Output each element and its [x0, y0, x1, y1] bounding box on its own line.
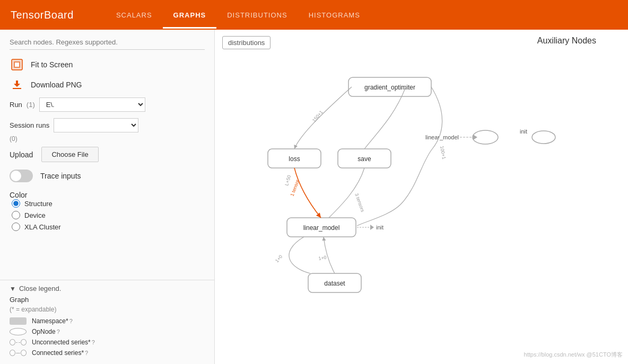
toggle-slider [10, 170, 33, 182]
main-layout: Fit to Screen Download PNG Run (1) E\. [0, 30, 628, 364]
legend-toggle[interactable]: ▼ Close legend. [10, 285, 205, 292]
color-label: Color [10, 191, 27, 199]
trace-inputs-row: Trace inputs [10, 170, 205, 182]
run-dropdown[interactable]: E\. [39, 97, 145, 112]
svg-rect-4 [13, 88, 21, 89]
color-xla-label: XLA Cluster [24, 223, 61, 231]
watermark: https://blog.csdn.net/wx @51CTO博客 [524, 351, 623, 359]
node-save[interactable]: save [338, 149, 391, 168]
session-count: (0) [10, 135, 18, 143]
svg-point-10 [532, 131, 555, 144]
svg-text:linear_model: linear_model [425, 134, 459, 140]
brand-title: TensorBoard [11, 9, 74, 21]
color-structure-row: Structure [10, 199, 205, 208]
svg-text:100+1: 100+1 [439, 146, 447, 160]
svg-text:loss: loss [289, 155, 300, 163]
download-png-icon [10, 77, 24, 92]
svg-text:150+1: 150+1 [311, 109, 324, 123]
legend-label-opnode: OpNode? [32, 328, 60, 335]
nav-distributions[interactable]: DISTRIBUTIONS [216, 2, 298, 29]
graph-svg[interactable]: linear_model init gradient_optimiter los… [215, 30, 628, 364]
color-device-row: Device [10, 211, 205, 219]
fit-to-screen-action[interactable]: Fit to Screen [10, 57, 205, 72]
legend-item-opnode: OpNode? [10, 328, 205, 335]
fit-to-screen-icon [10, 57, 24, 72]
legend-item-unconnected: Unconnected series*? [10, 339, 205, 346]
color-device-radio[interactable] [12, 211, 20, 219]
fit-to-screen-label: Fit to Screen [31, 60, 73, 69]
trace-inputs-toggle[interactable] [10, 170, 33, 182]
chevron-down-icon: ▼ [10, 285, 16, 292]
svg-text:linear_model: linear_model [303, 224, 340, 232]
color-structure-label: Structure [24, 200, 53, 208]
run-count: (1) [27, 101, 35, 109]
topnav: TensorBoard SCALARS GRAPHS DISTRIBUTIONS… [0, 0, 628, 30]
color-device-label: Device [24, 211, 46, 219]
legend-graph-title: Graph [10, 296, 205, 304]
legend-panel: ▼ Close legend. Graph (* = expandable) N… [0, 280, 214, 364]
session-runs-label: Session runs [10, 121, 49, 129]
svg-text:save: save [357, 155, 371, 163]
color-xla-row: XLA Cluster [10, 223, 205, 231]
node-gradient-optimiter[interactable]: gradient_optimiter [348, 77, 431, 96]
svg-text:init: init [376, 224, 383, 230]
session-runs-dropdown[interactable] [54, 118, 138, 132]
node-linear-model[interactable]: linear_model init [287, 218, 383, 237]
download-png-action[interactable]: Download PNG [10, 77, 205, 92]
svg-text:1 tensor: 1 tensor [289, 179, 300, 197]
legend-toggle-label: Close legend. [19, 285, 62, 292]
svg-text:gradient_optimiter: gradient_optimiter [364, 84, 415, 91]
color-section: Color Structure Device XLA Cluster [10, 191, 205, 231]
session-runs-row: Session runs (0) [10, 118, 205, 143]
nav-links: SCALARS GRAPHS DISTRIBUTIONS HISTOGRAMS [106, 2, 371, 29]
nav-graphs[interactable]: GRAPHS [163, 2, 217, 29]
legend-label-connected: Connected series*? [32, 349, 88, 357]
svg-text:3 tensors: 3 tensors [354, 192, 365, 213]
run-row: Run (1) E\. [10, 97, 205, 112]
legend-shape-unconnected [10, 339, 27, 345]
svg-text:init: init [520, 128, 527, 135]
trace-inputs-label: Trace inputs [40, 172, 81, 180]
run-label: Run [10, 101, 22, 109]
svg-text:1+0: 1+0 [318, 254, 327, 261]
aux-linear-model-node[interactable]: linear_model init [425, 128, 555, 144]
legend-shape-opnode [10, 328, 27, 335]
search-input[interactable] [10, 35, 205, 50]
legend-item-connected: Connected series*? [10, 349, 205, 357]
nav-histograms[interactable]: HISTOGRAMS [298, 2, 371, 29]
right-panel: distributions Auxiliary Nodes linear_mod… [215, 30, 628, 364]
legend-shape-namespace [10, 317, 27, 325]
color-xla-radio[interactable] [12, 223, 20, 231]
legend-label-namespace: Namespace*? [32, 317, 73, 325]
node-dataset[interactable]: dataset [308, 273, 361, 292]
svg-text:1+0: 1+0 [274, 254, 283, 263]
svg-marker-20 [370, 225, 374, 230]
legend-label-unconnected: Unconnected series*? [32, 339, 95, 346]
legend-shape-connected [10, 350, 27, 356]
download-png-label: Download PNG [31, 81, 82, 89]
node-loss[interactable]: loss [268, 149, 321, 168]
left-panel: Fit to Screen Download PNG Run (1) E\. [0, 30, 215, 364]
svg-text:L+50: L+50 [284, 174, 292, 186]
upload-row: Upload Choose File [10, 147, 205, 162]
svg-rect-3 [15, 63, 19, 67]
color-structure-radio[interactable] [12, 199, 20, 208]
svg-text:dataset: dataset [324, 280, 345, 287]
nav-scalars[interactable]: SCALARS [106, 2, 163, 29]
legend-graph-subtitle: (* = expandable) [10, 306, 205, 313]
tooltip-badge: distributions [222, 36, 271, 49]
upload-label: Upload [10, 150, 33, 159]
panel-scroll-area[interactable]: Fit to Screen Download PNG Run (1) E\. [0, 30, 214, 280]
choose-file-button[interactable]: Choose File [41, 147, 98, 162]
legend-item-namespace: Namespace*? [10, 317, 205, 325]
